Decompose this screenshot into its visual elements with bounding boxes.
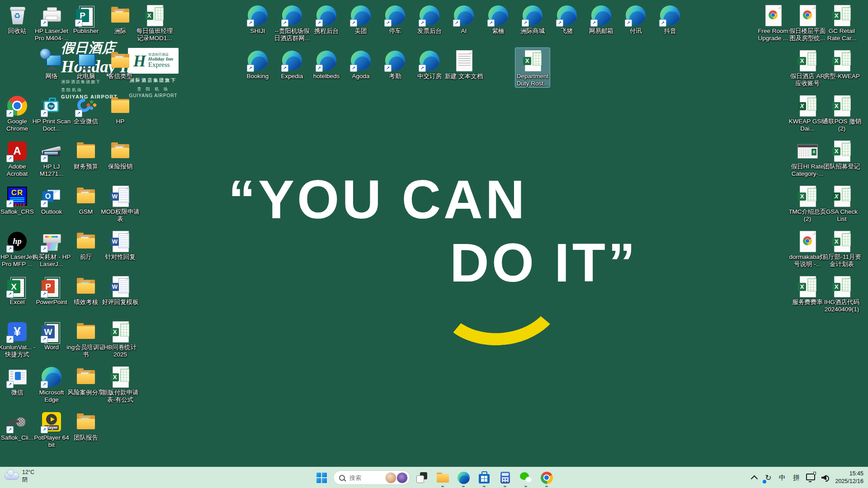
desktop-icon[interactable]: ↗企业微信 — [69, 93, 103, 125]
clock-time: 15:45 — [835, 470, 863, 478]
search-highlight-image-1[interactable] — [385, 472, 396, 483]
desktop-icon[interactable]: 客信类型 — [103, 48, 137, 80]
desktop-icon[interactable]: XGSA Check List — [825, 183, 859, 223]
desktop-icon[interactable]: X团队招募登记 — [825, 138, 859, 170]
desktop-icon[interactable]: X房型-KWEAP — [825, 48, 859, 80]
desktop-icon[interactable]: CRSERVER↗Saflok_CRS — [0, 183, 34, 216]
tray-volume-icon[interactable] — [821, 471, 829, 484]
desktop-icon[interactable]: XTMC介绍总页(2) — [790, 183, 825, 223]
desktop-icon[interactable]: ↗HP LaserJet Pro M404-... — [34, 3, 69, 42]
desktop-icon[interactable]: XKWEAP GSM Dai... — [790, 93, 825, 132]
desktop-icon[interactable]: ↗网易邮箱 — [584, 3, 618, 35]
desktop-icon[interactable]: ↗发票后台 — [412, 3, 447, 35]
taskbar-app-calculator[interactable] — [496, 468, 514, 488]
desktop-icon[interactable]: ↗Booking — [241, 48, 275, 80]
speaker-icon — [821, 475, 826, 480]
desktop-icon[interactable]: X假日酒店 AR 应收账号 — [790, 48, 825, 87]
desktop-icon[interactable]: ↗抖音 — [653, 3, 687, 35]
desktop-icon[interactable]: ↗携程后台 — [309, 3, 344, 35]
desktop-icon[interactable]: 绩效考核 — [69, 274, 103, 306]
desktop-icon[interactable]: ↗中交订房 — [412, 48, 447, 80]
taskbar-search[interactable] — [333, 470, 410, 485]
folder-icon — [75, 321, 97, 343]
desktop-icon[interactable]: X↗Excel — [0, 274, 34, 306]
desktop-icon[interactable]: ↗--贵阳机场假日酒店群网... — [275, 3, 309, 42]
search-highlight-image-2[interactable] — [396, 472, 408, 483]
desktop-icon[interactable]: 团队报告 — [69, 409, 103, 441]
start-button[interactable] — [312, 468, 330, 488]
desktop-icon[interactable]: ↗Google Chrome — [0, 93, 34, 132]
desktop-icon[interactable]: ↗SHIJI — [241, 3, 275, 35]
desktop-icon[interactable]: W好评回复模板 — [103, 274, 137, 306]
desktop-icon[interactable]: X新版付款申请表-有公式 — [103, 364, 137, 404]
tray-sync-icon[interactable]: ↻ — [764, 471, 772, 484]
desktop-icon[interactable]: ↗AI — [447, 3, 481, 35]
desktop-icon[interactable]: ↗微信 — [0, 364, 34, 396]
desktop-icon[interactable]: ↗购买耗材 - HP LaserJ... — [34, 229, 69, 268]
desktop-icon[interactable]: ing会员培训证书 — [69, 319, 103, 358]
desktop-icon[interactable]: ↗紫楠 — [481, 3, 515, 35]
desktop-icon[interactable]: XIHG酒店代码20240409(1) — [825, 274, 859, 313]
desktop-icon[interactable]: GSM — [69, 183, 103, 216]
desktop-icon[interactable]: ¥↗KunlunVat... - 快捷方式 — [0, 319, 34, 358]
desktop-icon[interactable]: 此电脑 — [69, 48, 103, 80]
desktop-icon[interactable]: hp↓↗HP Print Scan Doct... — [34, 93, 69, 132]
desktop-icon[interactable]: XDepartment Duty Rost... — [515, 48, 550, 87]
taskbar-weather-widget[interactable]: 12°C 阴 — [5, 469, 34, 483]
desktop-icon[interactable]: X每日值班经理记录MOD1... — [137, 3, 172, 42]
desktop-icon[interactable]: 假日楼层平面图及房型统... — [790, 3, 825, 42]
desktop-icon[interactable]: X通联POS 撤销(2) — [825, 93, 859, 132]
desktop-icon[interactable]: hp↗HP LaserJet Pro MFP ... — [0, 229, 34, 268]
desktop-icon[interactable]: XHB问卷统计2025 — [103, 319, 137, 358]
desktop-icon[interactable]: P↗Publisher — [69, 3, 103, 35]
taskbar-clock[interactable]: 15:45 2025/12/16 — [835, 470, 863, 485]
tray-show-hidden-icons[interactable] — [750, 471, 758, 484]
desktop-icon[interactable]: ↗hotelbeds — [309, 48, 344, 80]
desktop-icon[interactable]: ↗Agoda — [344, 48, 378, 80]
taskbar-app-file-explorer[interactable] — [434, 468, 452, 488]
desktop-icon[interactable]: ↗停车 — [378, 3, 412, 35]
desktop-icon[interactable]: ↗洲际商城 — [515, 3, 550, 35]
desktop-icon-label: Expedia — [272, 73, 312, 80]
desktop-icon[interactable]: X前厅部-11月资金计划表 — [825, 229, 859, 268]
desktop-icon[interactable]: 洲际 — [103, 3, 137, 35]
desktop-icon[interactable]: Player↗PotPlayer 64 bit — [34, 409, 69, 449]
desktop-icon[interactable]: ↗飞猪 — [550, 3, 584, 35]
tray-ime-pinyin[interactable]: 拼 — [792, 471, 800, 484]
desktop-icon[interactable]: 网络 — [34, 48, 69, 80]
taskbar-app-task-view[interactable] — [413, 468, 431, 488]
desktop-icon[interactable]: ↗HP LJ M1271... — [34, 138, 69, 178]
desktop-icon[interactable]: Free Room Upgrade ... — [756, 3, 790, 42]
desktop-icon[interactable]: ↗Saflok_Cli... — [0, 409, 34, 441]
shortcut-arrow-icon: ↗ — [522, 19, 529, 27]
desktop-icon[interactable]: ↗美团 — [344, 3, 378, 35]
search-input[interactable] — [349, 474, 382, 482]
desktop-icon[interactable]: ↗Microsoft Edge — [34, 364, 69, 404]
desktop-icon[interactable]: ↗付讯 — [618, 3, 653, 35]
desktop-icon[interactable]: 保险报销 — [103, 138, 137, 170]
desktop-icon[interactable]: dormakaba灯号说明 -... — [790, 229, 825, 268]
desktop-icon[interactable]: X假日HI Rate Category-... — [790, 138, 825, 178]
desktop-icon[interactable]: W针对性回复 — [103, 229, 137, 261]
desktop-icon[interactable]: O↗Outlook — [34, 183, 69, 216]
desktop-icon[interactable]: ♻回收站 — [0, 3, 34, 35]
desktop-icon[interactable]: 财务预算 — [69, 138, 103, 170]
taskbar-app-wechat[interactable] — [517, 468, 535, 488]
tray-network-icon[interactable] — [806, 471, 815, 484]
taskbar-app-chrome[interactable] — [538, 468, 556, 488]
desktop-icon[interactable]: 风险案例分享 — [69, 364, 103, 396]
desktop-icon[interactable]: A↗Adobe Acrobat — [0, 138, 34, 178]
desktop-icon[interactable]: WMOD权限申请表 — [103, 183, 137, 223]
desktop-icon[interactable]: XGC Retail Rate Car... — [825, 3, 859, 42]
tray-ime-language[interactable]: 中 — [778, 471, 786, 484]
desktop-icon[interactable]: 前厅 — [69, 229, 103, 261]
desktop-icon[interactable]: X服务费费率 — [790, 274, 825, 306]
desktop-icon[interactable]: HP — [103, 93, 137, 125]
desktop-icon[interactable]: ↗考勤 — [378, 48, 412, 80]
desktop-icon[interactable]: 新建 文本文档 — [447, 48, 481, 80]
desktop-icon[interactable]: ↗Expedia — [275, 48, 309, 80]
taskbar-app-store[interactable] — [475, 468, 493, 488]
desktop-icon[interactable]: P↗PowerPoint — [34, 274, 69, 306]
taskbar-app-edge[interactable] — [454, 468, 472, 488]
desktop-icon[interactable]: W↗Word — [34, 319, 69, 351]
